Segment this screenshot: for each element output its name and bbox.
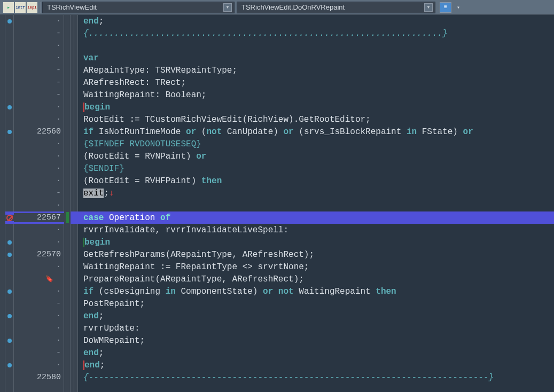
method-combo-text: TSRichViewEdit.DoOnRVRepaint	[241, 3, 345, 11]
code-line[interactable]: · end;	[5, 359, 554, 371]
code-line[interactable]: - ARefreshRect: TRect;	[5, 76, 554, 89]
impl-icon[interactable]: impl	[27, 2, 37, 13]
line-marker: -	[14, 90, 64, 99]
line-marker: ·	[14, 311, 64, 320]
code-line[interactable]: - end;	[5, 347, 554, 359]
separator	[41, 2, 41, 13]
line-marker: ·	[14, 336, 64, 345]
line-number: 22567	[14, 213, 64, 222]
line-marker: ·	[14, 115, 64, 124]
class-combo[interactable]: TSRichViewEdit ▼	[42, 2, 235, 13]
line-number: 22560	[14, 127, 64, 136]
method-combo[interactable]: TSRichViewEdit.DoOnRVRepaint ▼	[237, 2, 435, 13]
list-view-icon[interactable]: ≡	[440, 2, 451, 13]
code-line[interactable]: · {$IFNDEF RVDONOTUSESEQ}	[5, 138, 554, 150]
chevron-down-icon[interactable]: ▼	[424, 3, 433, 12]
flow-arrow-icon: ↓	[109, 189, 114, 198]
toolbar-right-group: ≡ ▾	[438, 0, 466, 14]
line-marker: ·	[14, 225, 64, 234]
line-marker: ·	[14, 53, 64, 62]
line-marker: -	[14, 348, 64, 357]
code-line[interactable]: 22560 if IsNotRunTimeMode or (not CanUpd…	[5, 126, 554, 138]
line-number: 22570	[14, 250, 64, 259]
code-line[interactable]: ·	[5, 40, 554, 52]
code-viewport[interactable]: · end; - {..............................…	[5, 15, 554, 392]
line-marker: ·	[14, 262, 64, 271]
code-line[interactable]: · begin	[5, 101, 554, 113]
code-line[interactable]: · (RootEdit = RVNPaint) or	[5, 150, 554, 162]
code-line[interactable]: · end;	[5, 310, 554, 322]
code-line[interactable]: · var	[5, 52, 554, 64]
code-line[interactable]: - exit;↓	[5, 187, 554, 199]
code-line[interactable]: · {$ENDIF}	[5, 162, 554, 175]
bookmark-icon[interactable]: 🔖	[14, 275, 64, 283]
line-marker: -	[14, 66, 64, 75]
code-line[interactable]: 🔖 PrepareRepaint(ARepaintType, ARefreshR…	[5, 273, 554, 285]
overview-ruler	[0, 15, 5, 392]
code-line[interactable]: · end;	[5, 15, 554, 27]
line-marker: ·	[14, 152, 64, 161]
code-line[interactable]: ·	[5, 199, 554, 211]
code-line[interactable]: - WaitingRepaint: Boolean;	[5, 89, 554, 101]
code-line[interactable]: · rvrrInvalidate, rvrrInvalidateLiveSpel…	[5, 224, 554, 236]
chevron-down-icon[interactable]: ▼	[223, 3, 232, 12]
nav-back-icon[interactable]: ▸	[3, 2, 14, 13]
class-combo-text: TSRichViewEdit	[47, 3, 97, 11]
code-line[interactable]: · WaitingRepaint := FRepaintType <> srvr…	[5, 261, 554, 273]
chevron-down-icon[interactable]: ▾	[452, 2, 464, 13]
line-marker: -	[14, 29, 64, 38]
line-marker: -	[14, 189, 64, 198]
line-marker: ·	[14, 360, 64, 370]
line-marker: ·	[14, 287, 64, 296]
code-line[interactable]: - ARepaintType: TSRVRepaintType;	[5, 64, 554, 76]
code-line[interactable]: 22580 {---------------------------------…	[5, 371, 554, 383]
line-marker: ·	[14, 238, 64, 247]
code-line[interactable]: · DoWMRepaint;	[5, 334, 554, 347]
toolbar-icon-group-left: ▸ intf impl	[1, 0, 40, 14]
code-line[interactable]: · RootEdit := TCustomRichViewEdit(RichVi…	[5, 113, 554, 126]
line-marker: ·	[14, 201, 64, 210]
editor[interactable]: · end; - {..............................…	[0, 15, 554, 392]
code-line[interactable]: · (RootEdit = RVHFPaint) then	[5, 175, 554, 187]
top-toolbar: ▸ intf impl TSRichViewEdit ▼ TSRichViewE…	[0, 0, 554, 15]
code-line[interactable]: · rvrrUpdate:	[5, 322, 554, 334]
breakpoint-disabled-icon[interactable]	[6, 215, 13, 221]
line-marker: -	[14, 299, 64, 308]
code-line[interactable]: · begin	[5, 236, 554, 248]
line-marker: ·	[14, 103, 64, 112]
code-line[interactable]: - {.....................................…	[5, 27, 554, 40]
code-line[interactable]: · if (csDesigning in ComponentState) or …	[5, 285, 554, 297]
line-marker: ·	[14, 17, 64, 26]
line-marker: ·	[14, 176, 64, 185]
code-line-current[interactable]: 22567 case Operation of	[5, 211, 554, 224]
code-line[interactable]: 22570 GetRefreshParams(ARepaintType, ARe…	[5, 248, 554, 261]
line-marker: ·	[14, 139, 64, 148]
line-marker: -	[14, 78, 64, 87]
line-marker: ·	[14, 164, 64, 173]
line-marker: ·	[14, 41, 64, 50]
code-line[interactable]: - PostRepaint;	[5, 297, 554, 310]
intf-icon[interactable]: intf	[15, 2, 26, 13]
line-number: 22580	[14, 373, 64, 382]
line-marker: ·	[14, 324, 64, 333]
